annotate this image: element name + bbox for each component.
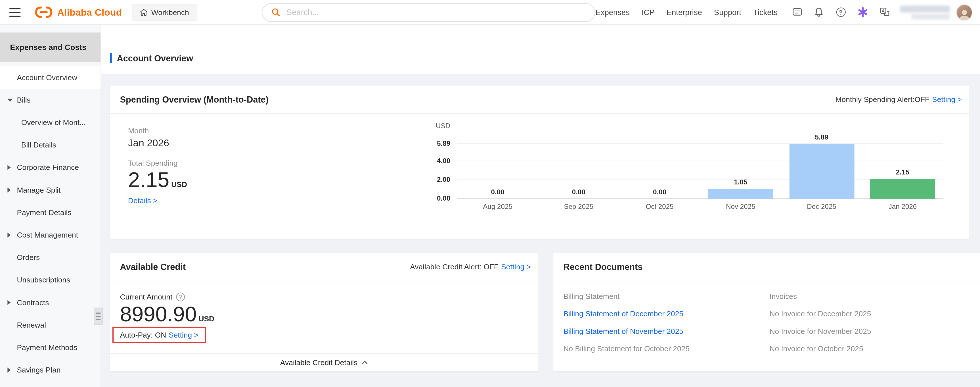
global-search[interactable] xyxy=(261,3,595,22)
available-credit-details-label: Available Credit Details xyxy=(280,358,358,367)
brand-name: Alibaba Cloud xyxy=(57,7,122,18)
spending-details-link[interactable]: Details > xyxy=(128,196,187,205)
lower-cards-row: Available Credit Available Credit Alert:… xyxy=(110,253,969,371)
document-text: No Billing Statement for October 2025 xyxy=(563,344,769,353)
spending-card-body: Month Jan 2026 Total Spending 2.15 USD D… xyxy=(110,114,969,238)
sidebar-item-label: Bills xyxy=(17,96,30,105)
collapsed-arrow-icon[interactable] xyxy=(7,165,11,170)
main-content: Account Overview Spending Overview (Mont… xyxy=(101,25,980,387)
sidebar-item-label: Overview of Mont... xyxy=(21,118,86,127)
sidebar-menu: Account OverviewBillsOverview of Mont...… xyxy=(0,66,100,381)
chart-bar-slot: 0.00 xyxy=(619,122,700,199)
alibaba-cloud-console: Alibaba Cloud Workbench ExpensesICPEnter… xyxy=(0,0,980,387)
document-link[interactable]: Billing Statement of November 2025 xyxy=(563,327,769,336)
ai-icon[interactable] xyxy=(857,6,868,18)
help-icon[interactable] xyxy=(835,6,846,18)
chart-bar-slot: 2.15 xyxy=(862,122,943,199)
sidebar-item-label: Corporate Finance xyxy=(17,163,79,172)
credit-card-body: Current Amount 8990.90 USD Auto-Pay: ON … xyxy=(110,281,538,353)
nav-link-expenses[interactable]: Expenses xyxy=(595,8,630,17)
sidebar-collapse-handle[interactable] xyxy=(94,307,103,325)
spending-card-title: Spending Overview (Month-to-Date) xyxy=(120,94,269,104)
y-axis-unit-label: USD xyxy=(434,122,450,129)
sidebar-item-account-overview[interactable]: Account Overview xyxy=(0,66,100,89)
spending-card-header: Spending Overview (Month-to-Date) Monthl… xyxy=(110,86,969,114)
credit-alert-setting-link[interactable]: Setting > xyxy=(501,262,531,271)
sidebar-item-bills[interactable]: Bills xyxy=(0,89,100,111)
sidebar-item-payment-details[interactable]: Payment Details xyxy=(0,201,100,224)
expanded-arrow-icon[interactable] xyxy=(7,99,13,102)
autopay-setting-link[interactable]: Setting > xyxy=(169,331,199,339)
collapsed-arrow-icon[interactable] xyxy=(7,232,11,238)
sidebar-item-payment-methods[interactable]: Payment Methods xyxy=(0,336,100,359)
documents-card-title: Recent Documents xyxy=(563,262,643,272)
credit-amount-unit: USD xyxy=(199,315,214,323)
sidebar-item-orders[interactable]: Orders xyxy=(0,246,100,269)
nav-link-enterprise[interactable]: Enterprise xyxy=(667,8,702,17)
sidebar-item-corporate-finance[interactable]: Corporate Finance xyxy=(0,156,100,179)
spending-summary: Month Jan 2026 Total Spending 2.15 USD D… xyxy=(128,126,187,205)
documents-columns: Billing StatementBilling Statement of De… xyxy=(553,281,980,353)
monthly-spending-alert-status: Monthly Spending Alert:OFF xyxy=(835,95,930,104)
document-link[interactable]: Billing Statement of December 2025 xyxy=(563,309,769,318)
language-icon[interactable]: A xyxy=(879,6,890,18)
spending-overview-card: Spending Overview (Month-to-Date) Monthl… xyxy=(110,86,969,239)
credit-alert-row: Available Credit Alert: OFF Setting > xyxy=(410,262,531,271)
collapsed-arrow-icon[interactable] xyxy=(7,187,11,193)
alibaba-cloud-logo-icon xyxy=(34,6,53,19)
collapsed-arrow-icon[interactable] xyxy=(7,368,11,373)
available-credit-details-toggle[interactable]: Available Credit Details xyxy=(110,353,538,371)
nav-link-icp[interactable]: ICP xyxy=(641,8,655,17)
workbench-button[interactable]: Workbench xyxy=(132,4,197,21)
title-accent-bar xyxy=(110,53,112,63)
alibaba-cloud-logo[interactable]: Alibaba Cloud xyxy=(34,6,122,19)
x-axis-category-label: Oct 2025 xyxy=(619,203,700,210)
sidebar-item-manage-split[interactable]: Manage Split xyxy=(0,179,100,201)
bell-icon[interactable] xyxy=(813,6,824,18)
workbench-label: Workbench xyxy=(151,8,189,17)
credit-amount: 8990.90 USD xyxy=(120,303,528,326)
question-mark-glyph xyxy=(836,7,845,17)
sidebar-item-renewal[interactable]: Renewal xyxy=(0,314,100,336)
sidebar-item-label: Cost Management xyxy=(17,231,78,240)
current-amount-row: Current Amount xyxy=(120,293,528,301)
document-text: No Invoice for December 2025 xyxy=(769,309,975,318)
hamburger-menu-icon[interactable] xyxy=(7,4,23,20)
sidebar-item-savings-plan[interactable]: Savings Plan xyxy=(0,359,100,381)
search-input[interactable] xyxy=(285,7,586,18)
nav-link-support[interactable]: Support xyxy=(714,8,741,17)
page-title: Account Overview xyxy=(117,53,193,63)
sidebar-item-cost-management[interactable]: Cost Management xyxy=(0,224,100,246)
content-area: Spending Overview (Month-to-Date) Monthl… xyxy=(101,74,980,371)
month-label: Month xyxy=(128,126,187,135)
sidebar-item-contracts[interactable]: Contracts xyxy=(0,291,100,314)
autopay-status: Auto-Pay: ON xyxy=(120,331,166,339)
avatar[interactable] xyxy=(956,4,972,20)
search-icon xyxy=(271,7,280,17)
documents-column-billing-statement: Billing StatementBilling Statement of De… xyxy=(563,292,769,353)
collapsed-arrow-icon[interactable] xyxy=(7,300,11,305)
credit-alert-status: Available Credit Alert: OFF xyxy=(410,262,498,271)
sidebar: Expenses and Costs Account OverviewBills… xyxy=(0,25,101,387)
message-icon[interactable] xyxy=(791,6,803,18)
page-title-row: Account Overview xyxy=(110,53,193,63)
header-icons: A xyxy=(791,6,890,18)
sidebar-title: Expenses and Costs xyxy=(0,32,100,62)
total-spending-value: 2.15 xyxy=(128,169,170,191)
sidebar-item-label: Unsubscriptions xyxy=(17,276,70,285)
nav-link-tickets[interactable]: Tickets xyxy=(753,8,778,17)
header-nav: ExpensesICPEnterpriseSupportTickets xyxy=(595,8,778,17)
sidebar-item-label: Payment Details xyxy=(17,208,71,217)
x-axis-category-label: Sep 2025 xyxy=(538,203,619,210)
sidebar-item-label: Payment Methods xyxy=(17,343,77,352)
sidebar-item-bill-details[interactable]: Bill Details xyxy=(0,134,100,156)
recent-documents-card: Recent Documents Billing StatementBillin… xyxy=(553,253,980,371)
chart-bar xyxy=(708,189,773,198)
monthly-spending-alert-setting-link[interactable]: Setting > xyxy=(932,95,962,104)
sidebar-item-unsubscriptions[interactable]: Unsubscriptions xyxy=(0,269,100,291)
available-credit-card: Available Credit Available Credit Alert:… xyxy=(110,253,538,371)
sidebar-item-overview-of-mont[interactable]: Overview of Mont... xyxy=(0,111,100,134)
chart-bar-value-label: 2.15 xyxy=(862,168,943,176)
x-axis-category-label: Jan 2026 xyxy=(862,203,943,210)
current-amount-help-icon[interactable] xyxy=(176,293,185,301)
